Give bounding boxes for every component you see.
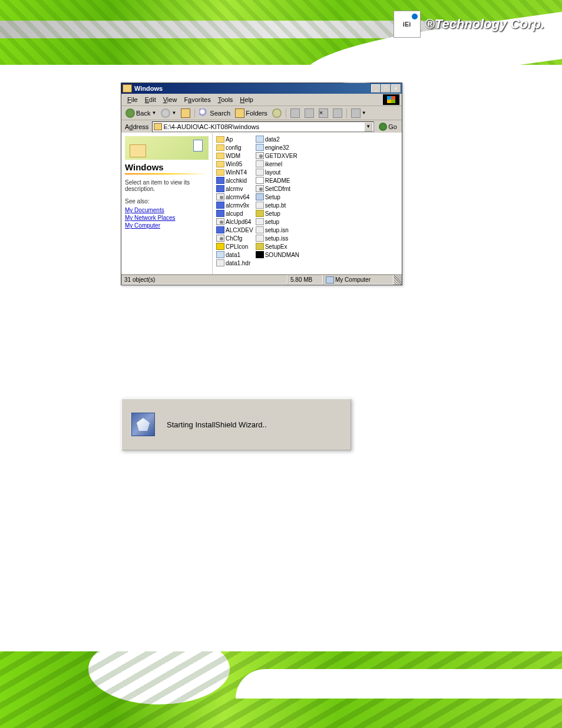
moveto-button[interactable] (289, 107, 302, 119)
menu-view[interactable]: View (160, 95, 181, 104)
speaker-icon (216, 243, 224, 250)
file-name: data1.hdr (226, 260, 250, 266)
file-item[interactable]: WinNT4 (216, 168, 253, 176)
window-controls: _ □ × (371, 84, 401, 93)
forward-arrow-icon (161, 108, 170, 118)
file-item[interactable]: data2 (256, 135, 299, 143)
back-button[interactable]: Back▼ (124, 107, 158, 119)
file-item[interactable]: setup.bt (256, 201, 299, 209)
file-item[interactable]: AlcUpd64 (216, 218, 253, 226)
search-label: Search (210, 110, 230, 117)
file-item[interactable]: README (256, 176, 299, 185)
txt-icon (256, 177, 264, 184)
file-item[interactable]: Setup (256, 193, 299, 201)
file-name: alcchkid (226, 177, 247, 184)
delete-button[interactable]: × (317, 107, 330, 119)
file-name: AlcUpd64 (226, 219, 251, 225)
file-item[interactable]: WDM (216, 151, 253, 160)
file-item[interactable]: SetupEx (256, 242, 299, 251)
history-button[interactable] (270, 107, 283, 119)
menu-tools[interactable]: Tools (214, 95, 237, 104)
file-item[interactable]: setup (256, 218, 299, 226)
file-item[interactable]: Ap (216, 135, 253, 143)
file-item[interactable]: layout (256, 168, 299, 176)
file-name: Setup (265, 194, 280, 200)
file-name: SOUNDMAN (265, 252, 299, 258)
folder-icon (216, 161, 224, 167)
file-item[interactable]: alcrmv (216, 185, 253, 193)
file-name: engine32 (265, 144, 289, 151)
undo-icon (333, 108, 342, 118)
file-item[interactable]: alcupd (216, 209, 253, 218)
file-item[interactable]: Win95 (216, 160, 253, 168)
info-pane-description: Select an item to view its description. (125, 179, 209, 192)
status-location-text: My Computer (335, 276, 371, 283)
gen-icon (256, 218, 264, 225)
file-list: ApconfigWDMWin95WinNT4alcchkidalcrmvalcr… (213, 133, 402, 274)
views-button[interactable]: ▼ (349, 107, 368, 119)
gen-icon (256, 226, 264, 233)
installshield-dialog: Starting InstallShield Wizard.. (121, 398, 351, 450)
menu-file[interactable]: File (124, 95, 141, 104)
address-input[interactable] (163, 123, 363, 130)
menu-help[interactable]: Help (236, 95, 257, 104)
forward-button[interactable]: ▼ (159, 107, 178, 119)
undo-button[interactable] (331, 107, 344, 119)
setup-icon (256, 193, 264, 200)
file-item[interactable]: alcrmv9x (216, 201, 253, 209)
info-pane: Windows Select an item to view its descr… (121, 133, 213, 274)
menu-edit[interactable]: Edit (141, 95, 160, 104)
file-name: config (226, 144, 242, 151)
copyto-button[interactable] (303, 107, 316, 119)
chevron-down-icon: ▼ (362, 110, 366, 116)
file-item[interactable]: SetCDfmt (256, 185, 299, 193)
link-my-computer[interactable]: My Computer (125, 222, 209, 229)
statusbar: 31 object(s) 5.80 MB My Computer (121, 274, 402, 285)
file-name: WDM (226, 153, 240, 159)
file-item[interactable]: Setup (256, 209, 299, 218)
search-icon (199, 108, 209, 118)
go-button[interactable]: Go (376, 123, 399, 131)
gen-icon (256, 160, 264, 167)
address-dropdown-button[interactable]: ▼ (364, 122, 372, 131)
up-button[interactable] (179, 107, 192, 119)
brand-text: ®Technology Corp. (425, 17, 544, 32)
file-name: setup.isn (265, 227, 289, 233)
file-item[interactable]: ChCfg (216, 234, 253, 242)
explorer-window: Windows _ □ × File Edit View Favorites T… (121, 83, 402, 285)
file-name: setup (265, 219, 279, 225)
menu-favorites[interactable]: Favorites (180, 95, 214, 104)
folder-icon (216, 136, 224, 143)
file-item[interactable]: alcrmv64 (216, 193, 253, 201)
minimize-button[interactable]: _ (371, 84, 381, 93)
folders-button[interactable]: Folders (233, 107, 269, 119)
file-item[interactable]: ALCXDEV (216, 226, 253, 234)
file-item[interactable]: setup.isn (256, 226, 299, 234)
go-arrow-icon (379, 123, 387, 131)
resize-grip-icon[interactable] (394, 275, 402, 285)
views-icon (351, 108, 361, 118)
link-my-network-places[interactable]: My Network Places (125, 215, 209, 221)
file-item[interactable]: config (216, 143, 253, 151)
delete-icon: × (319, 108, 328, 118)
file-name: setup.bt (265, 202, 286, 209)
file-item[interactable]: SOUNDMAN (256, 251, 299, 259)
exe-icon (216, 177, 224, 184)
maximize-button[interactable]: □ (381, 84, 391, 93)
file-item[interactable]: data1.hdr (216, 259, 253, 267)
file-item[interactable]: engine32 (256, 143, 299, 151)
link-my-documents[interactable]: My Documents (125, 207, 209, 213)
file-item[interactable]: ikernel (256, 160, 299, 168)
titlebar[interactable]: Windows _ □ × (121, 83, 402, 94)
computer-icon (326, 276, 334, 284)
folder-icon (216, 169, 224, 176)
file-item[interactable]: setup.iss (256, 234, 299, 242)
search-button[interactable]: Search (197, 107, 232, 119)
file-name: data2 (265, 136, 280, 143)
dll-icon (256, 210, 264, 217)
file-item[interactable]: CPLIcon (216, 242, 253, 251)
file-item[interactable]: GETDXVER (256, 151, 299, 160)
file-item[interactable]: data1 (216, 251, 253, 259)
close-button[interactable]: × (391, 84, 401, 93)
file-item[interactable]: alcchkid (216, 176, 253, 185)
